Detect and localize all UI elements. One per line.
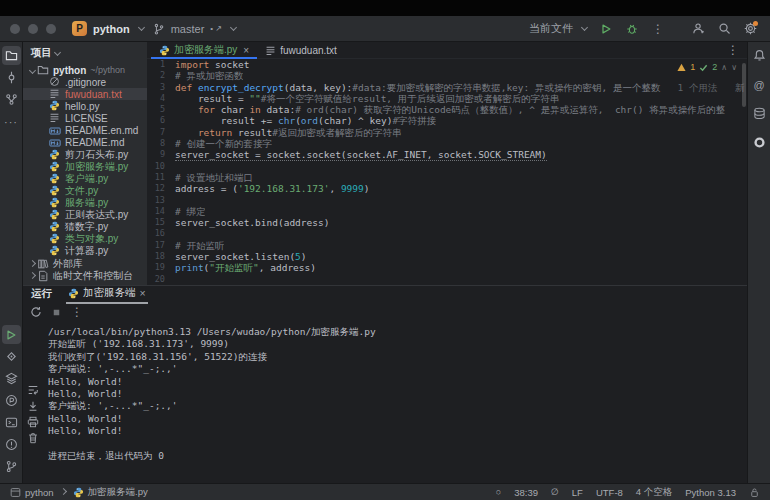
project-selector[interactable]: python [93, 23, 130, 35]
clear-all-icon[interactable] [27, 432, 39, 444]
run-button[interactable] [596, 19, 616, 39]
python-interpreter[interactable]: Python 3.13 [685, 487, 736, 498]
breadcrumb-file[interactable]: 加密服务端.py [88, 486, 148, 499]
stop-button[interactable] [51, 307, 62, 318]
run-config-selector[interactable]: 当前文件 [529, 21, 573, 36]
line-number: 6 [147, 115, 175, 126]
tab-options-icon[interactable]: ⋮ [727, 43, 739, 57]
terminal-tool-icon[interactable] [2, 413, 21, 432]
commit-tool-icon[interactable] [2, 68, 21, 87]
code-editor[interactable]: 1 2 ∧ ∨ 1import socket2# 异或加密函数3def encr… [147, 59, 747, 285]
tree-item[interactable]: 临时文件和控制台 [23, 270, 147, 282]
close-icon[interactable]: × [140, 287, 146, 299]
inspections-widget[interactable]: 1 2 ∧ ∨ [677, 62, 737, 72]
code-line: 15server_socket.bind(address) [147, 217, 747, 228]
tree-item[interactable]: 正则表达式.py [23, 209, 147, 221]
lock-icon[interactable] [749, 487, 760, 498]
tree-item[interactable]: LICENSE [23, 112, 147, 124]
debug-button[interactable] [622, 19, 642, 39]
gitignore-icon [49, 76, 61, 88]
tree-item[interactable]: 服务端.py [23, 197, 147, 209]
file-encoding[interactable]: UTF-8 [596, 487, 623, 498]
python-packages-icon[interactable] [750, 133, 769, 152]
structure-tool-icon[interactable] [2, 90, 21, 109]
console-line: 开始监听 ('192.168.31.173', 9999) [48, 338, 747, 350]
textfile-icon [49, 88, 61, 100]
project-tool-icon[interactable] [2, 46, 21, 65]
editor-tab[interactable]: fuwuduan.txt [257, 42, 345, 59]
warning-count: 1 [690, 62, 695, 72]
tree-item[interactable]: hello.py [23, 100, 147, 112]
editor-area[interactable]: 加密服务端.py×fuwuduan.txt ⋮ 1 2 ∧ ∨ 1import … [147, 42, 747, 285]
tree-item[interactable]: 加密服务端.py [23, 161, 147, 173]
python-file-icon [49, 245, 61, 257]
version-control-tool-icon[interactable] [2, 457, 21, 476]
run-console-output[interactable]: /usr/local/bin/python3.13 /Users/wudao/p… [48, 326, 747, 480]
tree-item[interactable]: 客户端.py [23, 173, 147, 185]
breadcrumb-project[interactable]: python [25, 487, 54, 498]
close-icon[interactable]: × [243, 45, 249, 56]
indent-style[interactable]: 4 个空格 [636, 486, 672, 499]
chevron-down-icon[interactable] [27, 68, 37, 73]
run-console[interactable]: /usr/local/bin/python3.13 /Users/wudao/p… [23, 320, 747, 480]
more-tool-windows-icon[interactable]: ··· [2, 112, 21, 131]
console-line: 客户端说: ',-...*"_-;.,' [48, 400, 747, 412]
run-tab-label: 加密服务端 [83, 286, 136, 300]
tree-item[interactable]: 计算器.py [23, 245, 147, 257]
tree-item-label: hello.py [65, 101, 99, 112]
search-everywhere-icon[interactable] [714, 19, 734, 39]
python-file-icon [73, 487, 84, 498]
console-line: 客户端说: ',-...*"_-;.,' [48, 363, 747, 375]
chevron-right-icon[interactable] [27, 261, 37, 266]
python-packages-tool-icon[interactable] [2, 369, 21, 388]
scratches-icon [37, 270, 49, 282]
tree-item[interactable]: fuwuduan.txt [23, 88, 147, 100]
next-problem-icon[interactable]: ∨ [731, 63, 737, 72]
zoom-window-button[interactable] [46, 24, 56, 34]
services-tool-icon[interactable] [2, 347, 21, 366]
print-icon[interactable] [27, 416, 39, 428]
editor-tab[interactable]: 加密服务端.py× [151, 42, 257, 59]
tree-item[interactable]: 类与对象.py [23, 233, 147, 245]
soft-wrap-icon[interactable] [27, 384, 39, 396]
more-actions-icon[interactable]: ⋮ [648, 19, 668, 39]
python-console-tool-icon[interactable] [2, 391, 21, 410]
minimize-window-button[interactable] [28, 24, 38, 34]
tree-item-label: fuwuduan.txt [65, 89, 122, 100]
code-with-me-icon[interactable] [688, 19, 708, 39]
tree-item[interactable]: 剪刀石头布.py [23, 149, 147, 161]
tree-item[interactable]: 外部库 [23, 258, 147, 270]
tree-item[interactable]: README.md [23, 137, 147, 149]
branch-selector[interactable]: master [171, 23, 205, 35]
tree-item[interactable]: 文件.py [23, 185, 147, 197]
code-line: 13 [147, 195, 747, 206]
warning-icon [677, 63, 686, 72]
line-number: 14 [147, 206, 175, 217]
editor-scrollbar[interactable] [742, 63, 746, 107]
problems-tool-icon[interactable] [2, 435, 21, 454]
tree-item[interactable]: 猜数字.py [23, 221, 147, 233]
run-more-options-icon[interactable]: ⋮ [71, 305, 83, 319]
ai-assistant-icon[interactable]: @ [750, 75, 769, 94]
run-tool-icon[interactable] [2, 325, 21, 344]
chevron-right-icon[interactable] [27, 273, 37, 278]
python-file-icon [49, 185, 61, 197]
prev-problem-icon[interactable]: ∧ [721, 63, 727, 72]
caret-position[interactable]: 38:39 [514, 487, 538, 498]
rerun-button[interactable] [30, 306, 42, 318]
tree-item[interactable]: .gitignore [23, 76, 147, 88]
database-icon[interactable] [750, 104, 769, 123]
code-line: 4 result = ""#将一个空字符赋值给result, 用于后续返回加密或… [147, 93, 747, 104]
settings-gear-icon[interactable] [740, 19, 760, 39]
background-tasks-icon[interactable]: ○ [496, 487, 501, 497]
readonly-pen-icon[interactable]: ∅ [551, 487, 559, 497]
line-separator[interactable]: LF [572, 487, 583, 498]
tree-item[interactable]: python~/python [23, 64, 147, 76]
tree-item[interactable]: README.en.md [23, 124, 147, 136]
editor-tab-label: fuwuduan.txt [280, 45, 337, 56]
scroll-to-end-icon[interactable] [27, 400, 39, 412]
project-panel-header[interactable]: 项目 [23, 42, 147, 64]
run-tab[interactable]: 加密服务端 × [66, 286, 148, 304]
notifications-bell-icon[interactable] [750, 46, 769, 65]
close-window-button[interactable] [10, 24, 20, 34]
